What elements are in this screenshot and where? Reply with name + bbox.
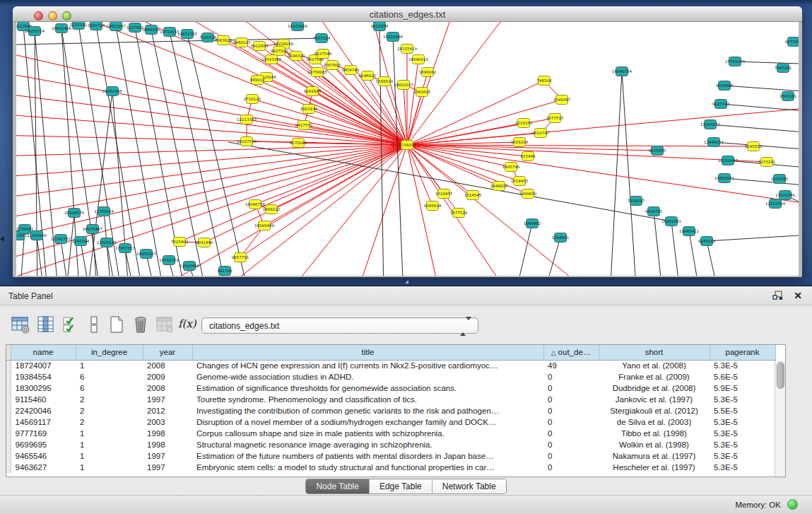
cell[interactable]: 0 (543, 450, 599, 462)
network-canvas[interactable]: 1633948240557242069140622311412009714106… (16, 22, 799, 276)
column-header-in-degree[interactable]: in_degree (76, 345, 143, 360)
table-row[interactable]: 1938455462009Genome-wide association stu… (6, 371, 775, 382)
tab-network-table[interactable]: Network Table (433, 479, 506, 493)
vertical-layout-icon[interactable] (85, 315, 103, 334)
memory-ok-indicator[interactable] (787, 499, 798, 510)
column-header-title[interactable]: title (192, 345, 543, 360)
cell[interactable]: 2 (76, 394, 143, 405)
cell[interactable]: 5.3E-5 (710, 439, 775, 450)
cell[interactable]: 9777169 (11, 428, 76, 439)
cell[interactable]: Embryonic stem cells: a model to study s… (192, 462, 543, 473)
cell[interactable]: 0 (543, 416, 599, 428)
cell[interactable]: 1998 (143, 428, 192, 439)
table-row[interactable]: 2242004622012Investigating the contribut… (6, 405, 775, 416)
cell[interactable]: 2003 (143, 416, 192, 428)
close-panel-icon[interactable]: ✕ (794, 290, 802, 301)
column-header-name[interactable]: name (11, 345, 76, 360)
cell[interactable]: 2008 (143, 360, 192, 371)
cell[interactable]: Wolkin et al. (1998) (599, 439, 710, 450)
cell[interactable]: 5.3E-5 (710, 450, 775, 462)
cell[interactable]: Stergiakouli et al. (2012) (599, 405, 710, 416)
cell[interactable]: 2008 (143, 382, 192, 394)
new-document-icon[interactable] (107, 315, 126, 334)
table-row[interactable]: 1456911722003Disruption of a novel membe… (6, 416, 775, 428)
cell[interactable]: 1 (76, 462, 143, 473)
table-row[interactable]: 946554611997Estimation of the future num… (6, 450, 775, 462)
scrollbar-thumb[interactable] (777, 362, 784, 389)
table-row[interactable]: 1872400712008Changes of HCN gene express… (6, 360, 775, 371)
cell[interactable]: 5.5E-5 (710, 405, 775, 416)
cell[interactable]: 2009 (143, 371, 192, 382)
cell[interactable]: Jankovic et al. (1997) (599, 394, 710, 405)
delete-trash-icon[interactable] (131, 315, 150, 334)
tab-edge-table[interactable]: Edge Table (370, 479, 433, 493)
column-header-short[interactable]: short (599, 345, 710, 360)
cell[interactable]: Corpus callosum shape and size in male p… (192, 428, 543, 439)
cell[interactable]: 6 (76, 371, 143, 382)
cell[interactable]: 0 (543, 428, 599, 439)
column-header-out-degree[interactable]: △out_de… (543, 345, 599, 360)
table-row[interactable]: 911546021997Tourette syndrome. Phenomeno… (6, 394, 775, 405)
cell[interactable]: Tourette syndrome. Phenomenology and cla… (192, 394, 543, 405)
cell[interactable]: 14569117 (11, 416, 76, 428)
table-settings-icon[interactable] (11, 315, 30, 334)
cell[interactable]: Changes of HCN gene expression and I(f) … (192, 360, 543, 371)
panel-resize-handle[interactable] (401, 280, 408, 284)
cell[interactable]: 18724007 (11, 360, 76, 371)
cell[interactable]: 1 (76, 450, 143, 462)
cell[interactable]: 19384554 (11, 371, 76, 382)
cell[interactable]: 18300295 (11, 382, 76, 394)
table-row[interactable]: 977716911998Corpus callosum shape and si… (6, 428, 775, 439)
cell[interactable]: Estimation of significance thresholds fo… (192, 382, 543, 394)
table-vertical-scrollbar[interactable] (775, 361, 785, 477)
cell[interactable]: 9699695 (11, 439, 76, 450)
cell[interactable]: 2012 (143, 405, 192, 416)
cell[interactable]: 5.3E-5 (710, 416, 775, 428)
cell[interactable]: 1997 (143, 450, 192, 462)
cell[interactable]: 5.6E-5 (710, 371, 775, 382)
cell[interactable]: Genome-wide association studies in ADHD. (192, 371, 543, 382)
cell[interactable]: 1 (76, 439, 143, 450)
table-row[interactable]: 946362711997Embryonic stem cells: a mode… (6, 462, 775, 473)
cell[interactable]: 9115460 (11, 394, 76, 405)
cell[interactable]: 0 (543, 394, 599, 405)
cell[interactable]: 22420046 (11, 405, 76, 416)
cell[interactable]: Hescheler et al. (1997) (599, 462, 710, 473)
cell[interactable]: Investigating the contribution of common… (192, 405, 543, 416)
cell[interactable]: 9463627 (11, 462, 76, 473)
function-builder-icon[interactable]: f(x) (178, 315, 202, 334)
cell[interactable]: Estimation of the future numbers of pati… (192, 450, 543, 462)
cell[interactable]: Yano et al. (2008) (599, 360, 710, 371)
table-row[interactable]: 1830029562008Estimation of significance … (6, 382, 775, 394)
cell[interactable]: 1 (76, 360, 143, 371)
cell[interactable]: 2 (76, 416, 143, 428)
cell[interactable]: 0 (543, 439, 599, 450)
cell[interactable]: 1997 (143, 462, 192, 473)
cell[interactable]: Structural magnetic resonance image aver… (192, 439, 543, 450)
cell[interactable]: de Silva et al. (2003) (599, 416, 710, 428)
cell[interactable]: 5.3E-5 (710, 360, 775, 371)
cell[interactable]: 0 (543, 462, 599, 473)
column-header-pagerank[interactable]: pagerank (710, 345, 775, 360)
column-visibility-icon[interactable] (37, 315, 55, 334)
cell[interactable]: 9465546 (11, 450, 76, 462)
float-panel-icon[interactable] (772, 291, 784, 301)
cell[interactable]: 1 (76, 428, 143, 439)
cell[interactable]: 6 (76, 382, 143, 394)
cell[interactable]: 1998 (143, 439, 192, 450)
window-titlebar[interactable]: citations_edges.txt (13, 6, 802, 22)
row-selection-icon[interactable] (62, 315, 81, 334)
cell[interactable]: 5.3E-5 (710, 428, 775, 439)
cell[interactable]: Franke et al. (2009) (599, 371, 710, 382)
cell[interactable]: 5.3E-5 (710, 462, 775, 473)
cell[interactable]: 0 (543, 405, 599, 416)
cell[interactable]: 0 (543, 382, 599, 394)
cell[interactable]: Dudbridge et al. (2008) (599, 382, 710, 394)
table-row[interactable]: 969969511998Structural magnetic resonanc… (6, 439, 775, 450)
cell[interactable]: Tibbo et al. (1998) (599, 428, 710, 439)
cell[interactable]: 0 (543, 371, 599, 382)
cell[interactable]: Disruption of a novel member of a sodium… (192, 416, 543, 428)
cell[interactable]: 2 (76, 405, 143, 416)
cell[interactable]: 5.3E-5 (710, 394, 775, 405)
column-header-year[interactable]: year (143, 345, 192, 360)
